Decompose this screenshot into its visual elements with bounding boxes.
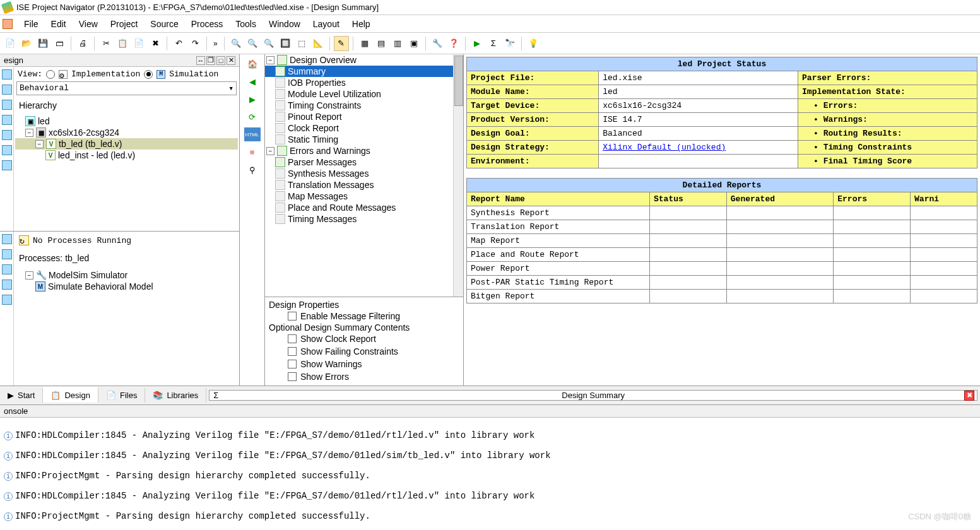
zoom-area-icon[interactable]: ⬚ <box>294 36 309 51</box>
panel-restore-icon[interactable]: ❐ <box>206 56 215 65</box>
save-icon[interactable]: 💾 <box>35 36 50 51</box>
tree-iob[interactable]: IOB Properties <box>265 77 463 88</box>
chk-warnings[interactable]: Show Warnings <box>269 358 459 370</box>
collapse-icon[interactable]: − <box>266 147 275 155</box>
checkbox-icon[interactable] <box>288 334 297 343</box>
tree-trans-msg[interactable]: Translation Messages <box>265 179 463 191</box>
delete-icon[interactable]: ✖ <box>148 36 163 51</box>
collapse-icon[interactable]: − <box>25 271 33 280</box>
side-icon-6[interactable] <box>2 145 12 155</box>
zoom-fit-icon[interactable]: 🔲 <box>278 36 293 51</box>
design-strategy-link[interactable]: Xilinx Default (unlocked) <box>603 143 726 152</box>
tree-pinout[interactable]: Pinout Report <box>265 111 463 122</box>
tree-clock[interactable]: Clock Report <box>265 122 463 134</box>
tree-timing-msg[interactable]: Timing Messages <box>265 213 463 225</box>
radio-implementation[interactable] <box>46 70 55 79</box>
proc-icon-4[interactable] <box>2 280 12 290</box>
menu-source[interactable]: Source <box>144 16 184 32</box>
print-icon[interactable]: 🖨 <box>75 36 90 51</box>
side-icon-1[interactable] <box>2 69 12 80</box>
console-output[interactable]: iINFO:HDLCompiler:1845 - Analyzing Veril… <box>0 418 980 530</box>
side-icon-7[interactable] <box>2 160 12 170</box>
panel-close-icon[interactable]: ✕ <box>227 56 235 65</box>
nav-home-icon[interactable]: 🏠 <box>244 57 261 71</box>
menu-window[interactable]: Window <box>263 16 307 32</box>
proc-icon-3[interactable] <box>2 264 12 274</box>
menu-process[interactable]: Process <box>185 16 230 32</box>
checkbox-icon[interactable] <box>288 372 297 381</box>
side-icon-3[interactable] <box>2 100 12 110</box>
close-doc-icon[interactable]: ✖ <box>964 391 974 401</box>
side-icon-4[interactable] <box>2 115 12 125</box>
tree-scrollbar[interactable] <box>453 54 463 297</box>
mode-dropdown[interactable]: Behavioral ▾ <box>16 81 237 95</box>
tab-design[interactable]: 📋Design <box>43 387 98 403</box>
open-icon[interactable]: 📂 <box>19 36 34 51</box>
bulb-icon[interactable]: 💡 <box>526 36 541 51</box>
undo-icon[interactable]: ↶ <box>171 36 186 51</box>
hier-tb[interactable]: −Vtb_led (tb_led.v) <box>15 138 238 150</box>
chk-errors[interactable]: Show Errors <box>269 370 459 383</box>
collapse-icon[interactable]: − <box>266 56 275 64</box>
checkbox-icon[interactable] <box>288 347 297 356</box>
side-icon-2[interactable] <box>2 85 12 95</box>
tree-parser-msg[interactable]: Parser Messages <box>265 156 463 168</box>
side-icon-5[interactable] <box>2 130 12 140</box>
collapse-icon[interactable]: − <box>35 140 44 148</box>
wrench-icon[interactable]: 🔧 <box>430 36 445 51</box>
zoom-in-icon[interactable]: 🔍 <box>245 36 260 51</box>
layout1-icon[interactable]: ▦ <box>357 36 372 51</box>
menu-project[interactable]: Project <box>104 16 145 32</box>
tree-mlu[interactable]: Module Level Utilization <box>265 88 463 100</box>
proc-simulate-behavioral[interactable]: MSimulate Behavioral Model <box>15 281 238 292</box>
proc-icon-5[interactable] <box>2 295 12 305</box>
chk-enable-msg-filter[interactable]: Enable Message Filtering <box>269 310 459 322</box>
tab-files[interactable]: 📄Files <box>98 388 145 403</box>
tree-timing[interactable]: Timing Constraints <box>265 100 463 111</box>
collapse-icon[interactable]: − <box>25 129 33 137</box>
radio-simulation[interactable] <box>144 70 153 79</box>
sigma-icon[interactable]: Σ <box>486 36 501 51</box>
menu-help[interactable]: Help <box>346 16 377 32</box>
telescope-icon[interactable]: 🔭 <box>502 36 517 51</box>
tree-static[interactable]: Static Timing <box>265 134 463 145</box>
menu-layout[interactable]: Layout <box>307 16 346 32</box>
nav-back-icon[interactable]: ◀ <box>244 74 261 88</box>
tree-design-overview[interactable]: −Design Overview <box>265 54 463 66</box>
highlight-icon[interactable]: ✎ <box>334 36 349 51</box>
nav-find-icon[interactable]: ⚲ <box>244 163 261 177</box>
proc-icon-1[interactable] <box>2 234 12 244</box>
checkbox-icon[interactable] <box>288 360 297 368</box>
paste-icon[interactable]: 📄 <box>131 36 146 51</box>
schematic-icon[interactable]: 📐 <box>310 36 326 51</box>
zoom-out-icon[interactable]: 🔍 <box>261 36 276 51</box>
tree-errors-warnings[interactable]: −Errors and Warnings <box>265 145 463 156</box>
hier-device[interactable]: −▦xc6slx16-2csg324 <box>15 127 238 138</box>
save-all-icon[interactable]: 🗃 <box>52 36 67 51</box>
menu-tools[interactable]: Tools <box>229 16 263 32</box>
tree-synth-msg[interactable]: Synthesis Messages <box>265 168 463 179</box>
tab-start[interactable]: ▶Start <box>0 388 43 403</box>
panel-arrows-icon[interactable]: ↔ <box>196 56 205 65</box>
proc-icon-2[interactable] <box>2 249 12 259</box>
nav-list-icon[interactable]: ≡ <box>244 145 261 159</box>
checkbox-icon[interactable] <box>288 312 297 321</box>
redo-icon[interactable]: ↷ <box>187 36 203 51</box>
proc-modelsim[interactable]: −🔧ModelSim Simulator <box>15 269 238 281</box>
run-icon[interactable]: ▶ <box>469 36 485 51</box>
chk-clock-report[interactable]: Show Clock Report <box>269 333 459 345</box>
menu-file[interactable]: File <box>18 16 45 32</box>
layout2-icon[interactable]: ▤ <box>374 36 389 51</box>
tree-map-msg[interactable]: Map Messages <box>265 191 463 202</box>
copy-icon[interactable]: 📋 <box>115 36 130 51</box>
tab-libraries[interactable]: 📚Libraries <box>145 388 206 403</box>
tree-summary[interactable]: Summary <box>265 66 463 77</box>
nav-fwd-icon[interactable]: ▶ <box>244 92 261 106</box>
panel-max-icon[interactable]: □ <box>216 56 225 65</box>
nav-html-icon[interactable]: HTML <box>244 127 261 141</box>
chk-failing-constraints[interactable]: Show Failing Constraints <box>269 345 459 358</box>
nav-refresh-icon[interactable]: ⟳ <box>244 110 261 124</box>
menu-view[interactable]: View <box>73 16 104 32</box>
tree-par-msg[interactable]: Place and Route Messages <box>265 202 463 213</box>
document-tab[interactable]: Σ Design Summary ✖ <box>209 390 977 401</box>
